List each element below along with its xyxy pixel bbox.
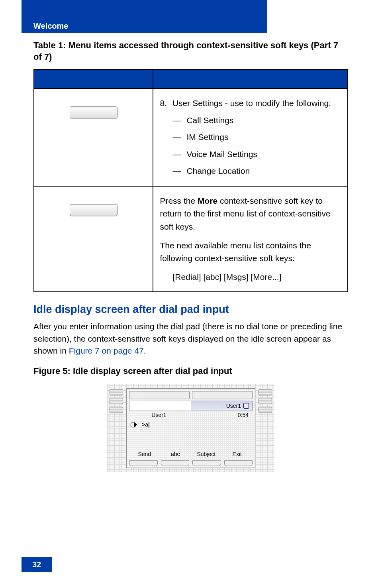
side-key-icon <box>259 398 272 404</box>
table-row: 8. User Settings - use to modify the fol… <box>34 88 348 186</box>
sub-item: Voice Mail Settings <box>186 148 257 161</box>
menu-items-table: 8. User Settings - use to modify the fol… <box>33 69 348 292</box>
phone-screenshot: User1 User1 0:54 >a| Send abc Subject Ex… <box>107 384 274 472</box>
side-key-icon <box>259 407 272 413</box>
softkey-button-placeholder <box>70 106 118 118</box>
lcd-softkey-label: abc <box>160 451 191 457</box>
lcd-softkey-label: Exit <box>222 451 253 457</box>
table-row: Press the More context-sensitive soft ke… <box>34 186 348 292</box>
list-number: 8. <box>160 97 167 110</box>
dash-icon: — <box>172 131 181 144</box>
lcd-softkey-pad <box>192 460 221 466</box>
speaker-icon <box>131 422 139 427</box>
lcd-top-slot <box>129 391 190 399</box>
table-header-right <box>153 69 348 88</box>
sub-item: Change Location <box>186 165 250 178</box>
lcd-softkey-pad <box>224 460 253 466</box>
dash-icon: — <box>172 148 181 161</box>
side-key-icon <box>110 407 123 413</box>
lcd-top-slot <box>192 391 253 399</box>
lcd-status-left <box>129 401 191 411</box>
figure-caption: Figure 5: Idle display screen after dial… <box>33 366 348 376</box>
page-number: 32 <box>22 557 52 572</box>
sub-item: Call Settings <box>186 114 233 127</box>
lcd-status-right: User1 <box>191 401 252 411</box>
list-lead-text: User Settings - use to modify the follow… <box>172 97 331 110</box>
body-paragraph: After you enter information using the di… <box>33 321 348 357</box>
section-heading: Idle display screen after dial pad input <box>33 303 348 316</box>
section-header: Welcome <box>33 22 68 31</box>
dash-icon: — <box>172 114 181 127</box>
lcd-status-user: User1 <box>226 403 241 409</box>
table-caption: Table 1: Menu items accessed through con… <box>33 40 348 63</box>
lcd-time: 0:54 <box>189 412 253 418</box>
lcd-softkey-pad <box>129 460 158 466</box>
lcd-softkey-label: Send <box>129 451 160 457</box>
sub-item: IM Settings <box>186 131 228 144</box>
side-key-icon <box>259 389 272 395</box>
table-header-left <box>34 69 153 88</box>
softkey-name: More <box>198 196 217 205</box>
lcd-softkey-pad <box>161 460 190 466</box>
softkeys-list: [Redial] [abc] [Msgs] [More...] <box>172 271 341 284</box>
phone-icon <box>243 403 249 409</box>
para-text: The next available menu list contains th… <box>160 239 341 265</box>
lcd-input-text: >a| <box>142 421 150 428</box>
lcd-screen: User1 User1 0:54 >a| Send abc Subject Ex… <box>126 388 255 468</box>
softkey-button-placeholder <box>70 204 118 216</box>
page-content: Table 1: Menu items accessed through con… <box>33 40 348 472</box>
lcd-softkey-label: Subject <box>191 451 222 457</box>
para-text: Press the <box>160 196 198 205</box>
side-key-icon <box>110 398 123 404</box>
cross-reference-link[interactable]: Figure 7 on page 47 <box>69 346 144 355</box>
lcd-user-label: User1 <box>129 412 189 418</box>
dash-icon: — <box>172 165 181 178</box>
side-key-icon <box>110 389 123 395</box>
body-text: . <box>144 346 146 355</box>
